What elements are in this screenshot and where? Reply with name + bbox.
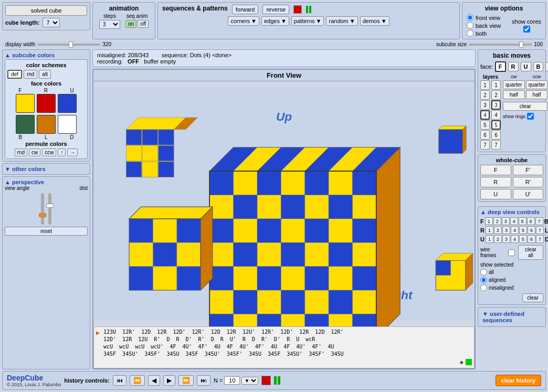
- dv-r-2[interactable]: 2: [494, 226, 502, 234]
- wc-u-btn[interactable]: U: [480, 189, 511, 199]
- deep-view-title[interactable]: ▲ deep view controls: [480, 209, 543, 215]
- dv-r-3[interactable]: 3: [502, 226, 510, 234]
- front-view-radio[interactable]: [467, 14, 473, 21]
- layer-7-right[interactable]: 7: [491, 140, 501, 150]
- show-rings-checkbox[interactable]: [527, 113, 534, 120]
- dv-u-5[interactable]: 5: [519, 235, 527, 243]
- dv-r-6[interactable]: 6: [528, 226, 535, 234]
- wc-fp-btn[interactable]: F': [513, 165, 544, 175]
- history-first-btn[interactable]: ⏮: [113, 375, 127, 386]
- clear-history-btn[interactable]: clear history: [496, 375, 541, 386]
- layer-1-left[interactable]: 1: [480, 80, 490, 90]
- both-radio[interactable]: [467, 30, 473, 37]
- dv-f-4[interactable]: 4: [510, 217, 518, 225]
- scheme-rnd-btn[interactable]: rnd: [24, 70, 37, 79]
- dv-r-5[interactable]: 5: [519, 226, 527, 234]
- history-last-btn[interactable]: ⏭: [197, 375, 210, 386]
- history-play-btn[interactable]: [274, 376, 280, 385]
- n-input[interactable]: [224, 376, 240, 385]
- show-misaligned-radio[interactable]: [480, 284, 487, 291]
- dv-f-6[interactable]: 6: [527, 217, 535, 225]
- random-dropdown[interactable]: random ▼: [326, 16, 357, 26]
- face-r-btn[interactable]: R: [508, 62, 519, 71]
- dv-f-7[interactable]: 7: [535, 217, 543, 225]
- face-b-btn[interactable]: B: [533, 62, 544, 71]
- wire-frames-checkbox[interactable]: [508, 249, 515, 256]
- layer-7-left[interactable]: 7: [480, 140, 490, 150]
- subcube-size-slider[interactable]: [469, 44, 532, 46]
- history-next-fast-btn[interactable]: ⏩: [178, 375, 194, 386]
- n-select[interactable]: ▼: [241, 377, 258, 385]
- cube-length-select[interactable]: 7: [43, 18, 60, 27]
- reverse-button[interactable]: reverse: [262, 5, 289, 14]
- dv-u-4[interactable]: 4: [511, 235, 519, 243]
- perm-up-btn[interactable]: ↑: [58, 149, 66, 156]
- perm-ccw-btn[interactable]: ccw: [42, 149, 56, 156]
- stop-button[interactable]: [293, 5, 302, 14]
- steps-select[interactable]: 3: [99, 20, 120, 29]
- layer-5-right[interactable]: 5: [491, 120, 501, 130]
- reset-button[interactable]: reset: [5, 227, 88, 236]
- half-ccw-btn[interactable]: half: [526, 90, 548, 99]
- show-aligned-radio[interactable]: [480, 277, 487, 283]
- dv-u-3[interactable]: 3: [502, 235, 510, 243]
- dist-slider[interactable]: [48, 193, 51, 225]
- history-next-btn[interactable]: ▶: [163, 375, 175, 386]
- off-button[interactable]: off: [138, 20, 149, 28]
- face-l-color[interactable]: [37, 115, 56, 134]
- show-all-radio[interactable]: [480, 269, 487, 276]
- layer-5-left[interactable]: 5: [480, 120, 490, 130]
- dv-u-7[interactable]: 7: [536, 235, 544, 243]
- perm-cw-btn[interactable]: cw: [29, 149, 40, 156]
- wc-rp-btn[interactable]: R': [513, 177, 544, 187]
- dv-f-2[interactable]: 2: [493, 217, 501, 225]
- clear-all-btn[interactable]: clear all: [518, 245, 543, 260]
- quarter-ccw-btn[interactable]: quarter: [526, 80, 548, 89]
- layer-3-left[interactable]: 3: [480, 100, 490, 110]
- face-f-color[interactable]: [16, 94, 35, 113]
- dv-r-1[interactable]: 1: [486, 226, 493, 234]
- corners-dropdown[interactable]: corners ▼: [228, 16, 259, 26]
- quarter-cw-btn[interactable]: quarter: [503, 80, 525, 89]
- perm-rnd-btn[interactable]: rnd: [15, 149, 27, 156]
- face-d-color[interactable]: [58, 115, 77, 134]
- face-l-btn[interactable]: L: [545, 62, 548, 71]
- history-prev-fast-btn[interactable]: ⏪: [130, 375, 145, 386]
- layer-6-right[interactable]: 6: [491, 130, 501, 140]
- wc-up-btn[interactable]: U': [513, 189, 544, 199]
- scheme-def-btn[interactable]: def: [7, 70, 22, 79]
- dv-f-3[interactable]: 3: [502, 217, 510, 225]
- display-width-slider[interactable]: [37, 44, 100, 46]
- back-view-radio[interactable]: [467, 22, 473, 29]
- on-button[interactable]: on: [125, 20, 136, 28]
- history-stop-btn[interactable]: [261, 376, 271, 385]
- dv-u-6[interactable]: 6: [528, 235, 535, 243]
- dv-f-1[interactable]: 1: [485, 217, 493, 225]
- layer-2-right[interactable]: 2: [491, 90, 501, 100]
- other-colors-heading[interactable]: ▼ other colors: [5, 166, 88, 172]
- dv-clear-btn[interactable]: clear: [522, 293, 543, 302]
- layer-1-right[interactable]: 1: [491, 80, 501, 90]
- solved-cube-button[interactable]: solved cube: [5, 5, 87, 16]
- layer-6-left[interactable]: 6: [480, 130, 490, 140]
- face-u-color[interactable]: [58, 94, 77, 113]
- user-defined-label[interactable]: ▼ user-defined sequences: [480, 309, 543, 325]
- edges-dropdown[interactable]: edges ▼: [261, 16, 289, 26]
- history-prev-btn[interactable]: ◀: [148, 375, 160, 386]
- face-u-btn[interactable]: U: [521, 62, 531, 71]
- cube-svg[interactable]: Up Front Right: [93, 81, 475, 326]
- dv-u-2[interactable]: 2: [494, 235, 502, 243]
- scheme-alt-btn[interactable]: alt: [39, 70, 51, 79]
- subcube-colors-heading[interactable]: ▲ subcube colors: [5, 52, 88, 58]
- layer-2-left[interactable]: 2: [480, 90, 490, 100]
- face-r-color[interactable]: [37, 94, 56, 113]
- patterns-dropdown[interactable]: patterns ▼: [291, 16, 324, 26]
- layer-4-right[interactable]: 4: [491, 110, 501, 120]
- show-cores-checkbox[interactable]: [523, 26, 530, 33]
- dv-r-7[interactable]: 7: [536, 226, 544, 234]
- play-button[interactable]: [306, 6, 311, 13]
- wc-f-btn[interactable]: F: [480, 165, 511, 175]
- layer-3-right[interactable]: 3: [491, 100, 501, 110]
- dv-f-5[interactable]: 5: [519, 217, 526, 225]
- wc-r-btn[interactable]: R: [480, 177, 511, 187]
